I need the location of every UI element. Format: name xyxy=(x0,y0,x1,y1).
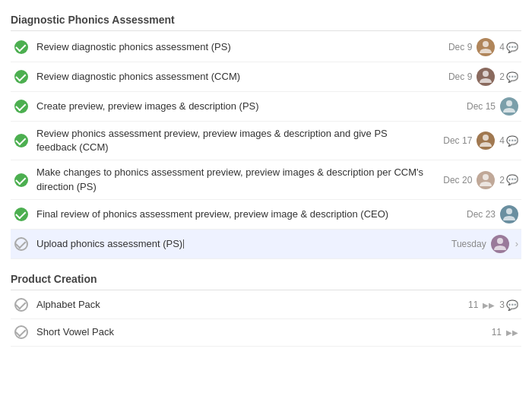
comment-count: 4 💬 xyxy=(499,42,518,53)
task-name: Short Vowel Pack xyxy=(36,325,427,339)
task-date: Dec 23 xyxy=(467,209,496,220)
comment-icon: 💬 xyxy=(506,71,518,83)
text-cursor xyxy=(183,239,184,249)
task-date: Dec 17 xyxy=(443,135,472,146)
svg-point-2 xyxy=(506,100,512,106)
check-complete-icon[interactable] xyxy=(14,40,29,55)
comment-icon: 💬 xyxy=(506,299,518,311)
task-date: 11 xyxy=(468,299,478,310)
task-meta: 11▶▶ xyxy=(435,327,518,338)
task-name: Upload phonics assessment (PS) xyxy=(36,237,427,251)
task-date: Tuesday xyxy=(451,239,486,249)
comment-count: 2 💬 xyxy=(499,71,518,83)
avatar xyxy=(477,38,495,56)
section-title-diagnostic-phonics-assessment: Diagnostic Phonics Assessment xyxy=(11,8,521,31)
task-row[interactable]: Review phonics assessment preview, previ… xyxy=(11,122,521,160)
check-complete-icon[interactable] xyxy=(14,133,29,148)
subtask-icon: ▶▶ xyxy=(483,301,495,309)
svg-point-4 xyxy=(483,174,489,180)
section-title-product-creation: Product Creation xyxy=(11,267,521,290)
check-complete-icon[interactable] xyxy=(14,173,29,188)
task-name: Alphabet Pack xyxy=(36,298,427,312)
task-row[interactable]: Short Vowel Pack11▶▶ xyxy=(11,319,521,347)
task-name: Review diagnostic phonics assessment (CC… xyxy=(36,70,427,84)
check-incomplete-icon[interactable] xyxy=(14,236,29,252)
comment-count: 4 💬 xyxy=(499,135,518,147)
task-name: Create preview, preview images & descrip… xyxy=(36,100,427,113)
comment-count: 3 💬 xyxy=(499,299,518,311)
task-meta: Dec 15 xyxy=(435,97,518,116)
comment-count: 2 💬 xyxy=(499,174,518,185)
comment-icon: 💬 xyxy=(506,174,518,185)
task-date: Dec 9 xyxy=(448,42,472,52)
avatar xyxy=(500,205,518,223)
check-complete-icon[interactable] xyxy=(14,69,29,84)
avatar xyxy=(500,97,518,116)
check-complete-icon[interactable] xyxy=(14,207,29,222)
task-meta: Dec 174 💬 xyxy=(435,132,518,150)
task-date: Dec 9 xyxy=(448,71,472,82)
comment-icon: 💬 xyxy=(506,135,518,147)
comment-icon: 💬 xyxy=(506,42,518,53)
svg-point-6 xyxy=(497,238,503,244)
check-incomplete-icon[interactable] xyxy=(14,297,29,312)
task-meta: Dec 202 💬 xyxy=(435,171,518,189)
svg-point-5 xyxy=(506,208,512,214)
task-meta: Dec 92 💬 xyxy=(435,68,518,86)
task-row[interactable]: Final review of phonics assessment previ… xyxy=(11,200,521,230)
svg-point-0 xyxy=(483,41,489,47)
avatar xyxy=(491,235,509,253)
task-name: Review diagnostic phonics assessment (PS… xyxy=(36,40,427,54)
task-date: Dec 15 xyxy=(467,101,496,112)
svg-point-1 xyxy=(483,71,489,77)
task-row[interactable]: Review diagnostic phonics assessment (PS… xyxy=(11,33,521,62)
task-row[interactable]: Make changes to phonics assessment previ… xyxy=(11,160,521,199)
task-row[interactable]: Create preview, preview images & descrip… xyxy=(11,92,521,122)
task-meta: 11▶▶3 💬 xyxy=(435,299,518,311)
check-complete-icon[interactable] xyxy=(14,99,29,114)
main-container: Diagnostic Phonics AssessmentReview diag… xyxy=(0,0,532,354)
svg-point-3 xyxy=(483,135,489,141)
task-row[interactable]: Upload phonics assessment (PS)Tuesday› xyxy=(11,230,521,259)
task-row[interactable]: Review diagnostic phonics assessment (CC… xyxy=(11,62,521,92)
avatar xyxy=(477,171,495,189)
task-meta: Tuesday› xyxy=(435,235,518,253)
task-name: Review phonics assessment preview, previ… xyxy=(36,127,427,154)
avatar xyxy=(477,132,495,150)
task-name: Final review of phonics assessment previ… xyxy=(36,208,427,221)
task-date: Dec 20 xyxy=(443,175,472,185)
subtask-icon: ▶▶ xyxy=(506,328,518,337)
task-row[interactable]: Alphabet Pack11▶▶3 💬 xyxy=(11,292,521,319)
task-date: 11 xyxy=(492,327,502,338)
avatar xyxy=(477,68,495,86)
task-meta: Dec 23 xyxy=(435,205,518,223)
chevron-right-icon[interactable]: › xyxy=(515,238,518,249)
task-meta: Dec 94 💬 xyxy=(435,38,518,56)
task-name: Make changes to phonics assessment previ… xyxy=(36,166,427,193)
check-incomplete-icon[interactable] xyxy=(14,325,29,340)
